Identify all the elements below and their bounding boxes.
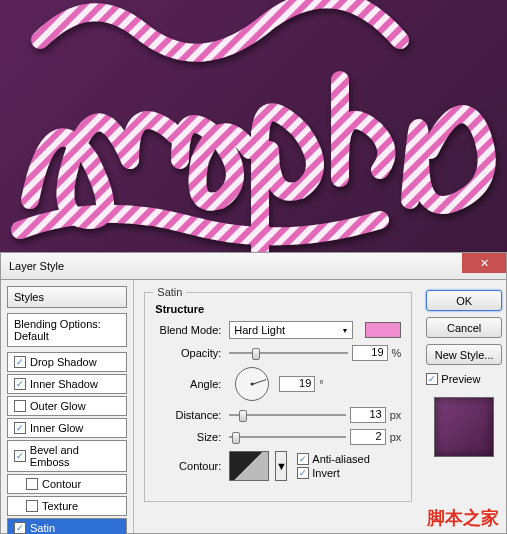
antialiased-checkbox[interactable]: ✓ Anti-aliased — [297, 453, 369, 465]
checkbox-icon[interactable] — [26, 500, 38, 512]
buttons-panel: OK Cancel New Style... ✓ Preview — [422, 280, 506, 533]
size-label: Size: — [155, 431, 225, 443]
style-item-outer-glow[interactable]: Outer Glow — [7, 396, 127, 416]
close-button[interactable]: ✕ — [462, 253, 506, 273]
style-label: Outer Glow — [30, 400, 86, 412]
blend-mode-label: Blend Mode: — [155, 324, 225, 336]
opacity-slider[interactable] — [229, 346, 347, 360]
preview-label: Preview — [441, 373, 480, 385]
invert-label: Invert — [312, 467, 340, 479]
opacity-unit: % — [392, 347, 402, 359]
checkbox-icon[interactable]: ✓ — [14, 356, 26, 368]
opacity-row: Opacity: 19 % — [155, 345, 401, 361]
checkbox-icon[interactable]: ✓ — [14, 450, 26, 462]
checkbox-icon[interactable]: ✓ — [14, 422, 26, 434]
checkbox-icon[interactable] — [26, 478, 38, 490]
styles-header[interactable]: Styles — [7, 286, 127, 308]
style-item-drop-shadow[interactable]: ✓ Drop Shadow — [7, 352, 127, 372]
distance-unit: px — [390, 409, 402, 421]
style-label: Drop Shadow — [30, 356, 97, 368]
blend-mode-dropdown[interactable]: Hard Light ▼ — [229, 321, 353, 339]
size-unit: px — [390, 431, 402, 443]
preview-checkbox[interactable]: ✓ Preview — [426, 373, 502, 385]
satin-group: Satin Structure Blend Mode: Hard Light ▼… — [144, 292, 412, 502]
checkbox-icon[interactable]: ✓ — [14, 378, 26, 390]
style-label: Texture — [42, 500, 78, 512]
style-label: Satin — [30, 522, 55, 534]
dialog-title: Layer Style — [9, 260, 64, 272]
angle-unit: ° — [319, 378, 323, 390]
settings-panel: Satin Structure Blend Mode: Hard Light ▼… — [134, 280, 422, 533]
distance-row: Distance: 13 px — [155, 407, 401, 423]
size-slider[interactable] — [229, 430, 345, 444]
ok-button[interactable]: OK — [426, 290, 502, 311]
watermark: 脚本之家 — [427, 506, 499, 530]
distance-field[interactable]: 13 — [350, 407, 386, 423]
preview-swatch — [434, 397, 494, 457]
style-item-inner-shadow[interactable]: ✓ Inner Shadow — [7, 374, 127, 394]
distance-label: Distance: — [155, 409, 225, 421]
style-label: Inner Glow — [30, 422, 83, 434]
angle-field[interactable]: 19 — [279, 376, 315, 392]
color-swatch[interactable] — [365, 322, 401, 338]
chevron-down-icon: ▼ — [276, 460, 287, 472]
styles-list-panel: Styles Blending Options: Default ✓ Drop … — [1, 280, 134, 533]
opacity-field[interactable]: 19 — [352, 345, 388, 361]
dropdown-value: Hard Light — [234, 324, 285, 336]
checkbox-icon[interactable] — [14, 400, 26, 412]
new-style-button[interactable]: New Style... — [426, 344, 502, 365]
distance-slider[interactable] — [229, 408, 345, 422]
style-item-satin[interactable]: ✓ Satin — [7, 518, 127, 534]
dialog-titlebar[interactable]: Layer Style ✕ — [0, 252, 507, 280]
style-item-inner-glow[interactable]: ✓ Inner Glow — [7, 418, 127, 438]
contour-dropdown[interactable]: ▼ — [275, 451, 287, 481]
style-item-bevel-emboss[interactable]: ✓ Bevel and Emboss — [7, 440, 127, 472]
antialiased-label: Anti-aliased — [312, 453, 369, 465]
canvas-preview — [0, 0, 507, 252]
invert-checkbox[interactable]: ✓ Invert — [297, 467, 369, 479]
opacity-label: Opacity: — [155, 347, 225, 359]
style-label: Contour — [42, 478, 81, 490]
group-title: Satin — [153, 286, 186, 298]
contour-row: Contour: ▼ ✓ Anti-aliased ✓ Invert — [155, 451, 401, 481]
blend-mode-row: Blend Mode: Hard Light ▼ — [155, 321, 401, 339]
close-icon: ✕ — [480, 257, 489, 270]
angle-dial[interactable] — [235, 367, 269, 401]
contour-preview[interactable] — [229, 451, 269, 481]
dialog-body: Styles Blending Options: Default ✓ Drop … — [0, 280, 507, 534]
angle-label: Angle: — [155, 378, 225, 390]
style-item-texture[interactable]: Texture — [7, 496, 127, 516]
cancel-button[interactable]: Cancel — [426, 317, 502, 338]
style-item-contour[interactable]: Contour — [7, 474, 127, 494]
checkbox-icon: ✓ — [426, 373, 438, 385]
checkbox-icon: ✓ — [297, 453, 309, 465]
rope-artwork — [0, 0, 507, 252]
size-row: Size: 2 px — [155, 429, 401, 445]
contour-label: Contour: — [155, 460, 225, 472]
angle-row: Angle: 19 ° — [155, 367, 401, 401]
chevron-down-icon: ▼ — [341, 327, 348, 334]
checkbox-icon[interactable]: ✓ — [14, 522, 26, 534]
checkbox-icon: ✓ — [297, 467, 309, 479]
size-field[interactable]: 2 — [350, 429, 386, 445]
style-label: Bevel and Emboss — [30, 444, 120, 468]
structure-title: Structure — [155, 303, 401, 315]
style-label: Inner Shadow — [30, 378, 98, 390]
blending-options-item[interactable]: Blending Options: Default — [7, 313, 127, 347]
